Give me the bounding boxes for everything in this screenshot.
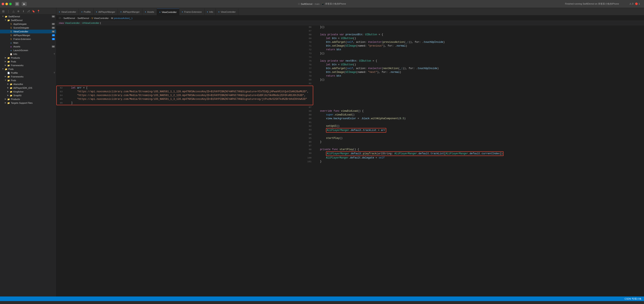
code-line-95: 95 startPlay() (56, 136, 644, 140)
minimize-button[interactable] (6, 3, 8, 5)
sidebar-item-info[interactable]: 📋 Info ? (0, 52, 56, 56)
sidebar-toggle-button[interactable] (15, 2, 19, 6)
code-line-67: 67 (56, 29, 644, 33)
chevron-icon (4, 79, 7, 82)
tab-aliplayermanger1[interactable]: ● AliPlayerManger (94, 9, 118, 15)
swift-file-icon: S (10, 26, 12, 29)
chevron-icon (2, 68, 4, 70)
tab-viewcontroller3[interactable]: ● ViewController (216, 9, 238, 15)
sidebar-warn-icon[interactable]: △ (11, 9, 16, 13)
device-selector[interactable]: 📱 库客双小鱼的iPhone (321, 2, 346, 6)
swift-file-icon: S (10, 30, 12, 33)
sidebar-item-pods-root[interactable]: 📁 Pods (0, 67, 56, 71)
sidebar-info2-icon[interactable]: ℹ (21, 9, 26, 13)
sidebar-item-frameworks[interactable]: 📁 Frameworks (0, 64, 56, 67)
tab-viewcontroller-active[interactable]: ● ViewController (157, 9, 180, 15)
folder-icon: 📁 (4, 15, 8, 18)
code-editor[interactable]: 66 }() 67 68 lazy private var previousBt… (56, 25, 644, 296)
sidebar-clock-icon[interactable]: 🔖 (31, 9, 36, 13)
code-line-80: 80 }() (56, 78, 644, 82)
chevron-icon (4, 60, 7, 63)
titlebar-play-button[interactable]: ▶ (22, 2, 27, 6)
storyboard-icon: ⎈ (10, 41, 12, 44)
chevron-icon (7, 87, 9, 89)
folder-icon: 📁 (7, 98, 10, 101)
sidebar-item-viewcontroller[interactable]: S ViewController M (0, 30, 56, 34)
code-line-78: 78 btn.setImage(UIImage(named: "next"), … (56, 70, 644, 74)
sidebar-nav-icon[interactable]: ⋮ (6, 9, 10, 13)
code-line-91: 91 (56, 120, 644, 124)
folder-icon: 📁 (10, 94, 12, 97)
folder-icon: 📁 (10, 83, 12, 86)
close-button[interactable] (2, 3, 4, 5)
code-line-100: 100 AliPlayerManger.default.delegate = s… (56, 156, 644, 160)
sidebar-item-assets[interactable]: ◈ Assets M (0, 45, 56, 49)
tab-podfile[interactable]: ● Podfile (79, 9, 94, 15)
chevron-icon (7, 83, 9, 85)
sidebar-item-alamofire[interactable]: 📁 Alamofire (0, 82, 56, 86)
code-line-97: 97 (56, 144, 644, 148)
tab-aliplayermanger2[interactable]: ● AliPlayerManger (118, 9, 142, 15)
sidebar-item-scenedelegate[interactable]: S SceneDelegate M (0, 26, 56, 30)
sidebar-item-products2[interactable]: 📁 Products (0, 97, 56, 101)
tab-frame-extension[interactable]: ● Frame-Extension (179, 9, 204, 15)
tab-viewcontroller1[interactable]: ● ViewController (56, 9, 79, 15)
class-declaration-bar: class ViewController : UIViewController … (56, 21, 644, 25)
code-line-68: 68 lazy private var previousBtn: UIButto… (56, 33, 644, 37)
sidebar-item[interactable]: 📁 SwiftDemol (0, 18, 56, 22)
code-line-72: 72 return btn (56, 48, 644, 52)
sidebar-item-main[interactable]: ⎈ Main (0, 41, 56, 45)
code-line-96: 96 } (56, 140, 644, 144)
project-name: SwiftDemol (301, 3, 312, 5)
code-line-74: 74 (56, 55, 644, 59)
code-line-89: 89 super.viewDidLoad() (56, 113, 644, 117)
sidebar-item-frameworks2[interactable]: 📁 Frameworks (0, 75, 56, 79)
main-layout: ⊞ ⋮ △ ⊗ ℹ ⎇ 🔖 📍 📁 SwiftDemol M 📁 SwiftDe… (0, 8, 644, 296)
code-line-66: 66 }() (56, 25, 644, 29)
code-line-76: 76 let btn = UIButton() (56, 63, 644, 67)
sidebar-item-aliplayermanger[interactable]: S AliPlayerManger A (0, 34, 56, 37)
sidebar-stop-icon[interactable]: ⊗ (16, 9, 20, 13)
sidebar-item-launchscreen[interactable]: ⎈ LaunchScreen (0, 49, 56, 52)
code-line-92: 92 setUpUI() (56, 124, 644, 128)
code-line-82: 82 let arr = [ (57, 86, 313, 90)
code-line-99: 99 AliPlayerManger.default.playTrack(url… (56, 151, 644, 156)
sidebar-item-targets-support[interactable]: 📁 Targets Support Files (0, 101, 56, 105)
tab-bar: ● ViewController ● Podfile ● AliPlayerMa… (56, 8, 644, 16)
fullscreen-button[interactable] (9, 3, 12, 5)
code-line-87: 87 (56, 105, 644, 109)
sidebar-grid-icon[interactable]: ⊞ (1, 9, 6, 13)
tab-assets[interactable]: ● Assets (142, 9, 157, 15)
sidebar-pin-icon[interactable]: 📍 (36, 9, 40, 13)
code-line-79: 79 return btn (56, 74, 644, 78)
sidebar-item-podfile[interactable]: 📄 Podfile ? (0, 71, 56, 75)
tab-info[interactable]: ● Info (204, 9, 216, 15)
folder-icon: 📁 (10, 90, 12, 93)
sidebar-item-frame-extension[interactable]: S Frame-Extension A (0, 37, 56, 41)
sidebar-item-pods2[interactable]: 📁 Pods (0, 79, 56, 82)
sidebar-item-aliplayersdk[interactable]: 📁 AliPlayerSDK_iOS (0, 86, 56, 90)
device-name: 库客双小鱼的iPhone (325, 2, 346, 6)
titlebar: ▶ ⬡ SwiftDemol › main 📱 库客双小鱼的iPhone Fin… (0, 0, 644, 8)
sidebar-item-kingfisher[interactable]: 📁 Kingfisher (0, 90, 56, 94)
sidebar-item-products[interactable]: 📁 Products (0, 56, 56, 60)
traffic-lights (2, 3, 12, 5)
file-icon: 📄 (7, 71, 10, 74)
code-line-75: 75 lazy private var nextBtn: UIButton = … (56, 59, 644, 63)
code-line-83: 83 "https://api.naxosmusiclibrary.com/Me… (57, 90, 313, 94)
code-line-90: 90 view.backgroundColor = .black.withAlp… (56, 117, 644, 120)
code-line-98: 98 private func startPlay() { (56, 148, 644, 151)
sidebar-item-snapkit[interactable]: 📁 SnapKit (0, 94, 56, 97)
titlebar-center: ⬡ SwiftDemol › main 📱 库客双小鱼的iPhone (298, 2, 346, 6)
sidebar-item[interactable]: 📁 SwiftDemol M (0, 15, 56, 18)
code-line-71: 71 btn.setImage(UIImage(named: "previous… (56, 44, 644, 48)
project-subname: main (315, 3, 320, 5)
code-line-69: 69 let btn = UIButton() (56, 37, 644, 40)
chevron-icon (4, 75, 7, 78)
project-selector[interactable]: ⬡ SwiftDemol › main (298, 3, 320, 5)
folder-icon: 📁 (7, 64, 10, 67)
sidebar-item-appdelegate[interactable]: S AppDelegate M (0, 22, 56, 26)
folder-icon: 📁 (7, 79, 10, 82)
sidebar-diff-icon[interactable]: ⎇ (26, 9, 30, 13)
sidebar-item-pods[interactable]: 📁 Pods (0, 60, 56, 64)
